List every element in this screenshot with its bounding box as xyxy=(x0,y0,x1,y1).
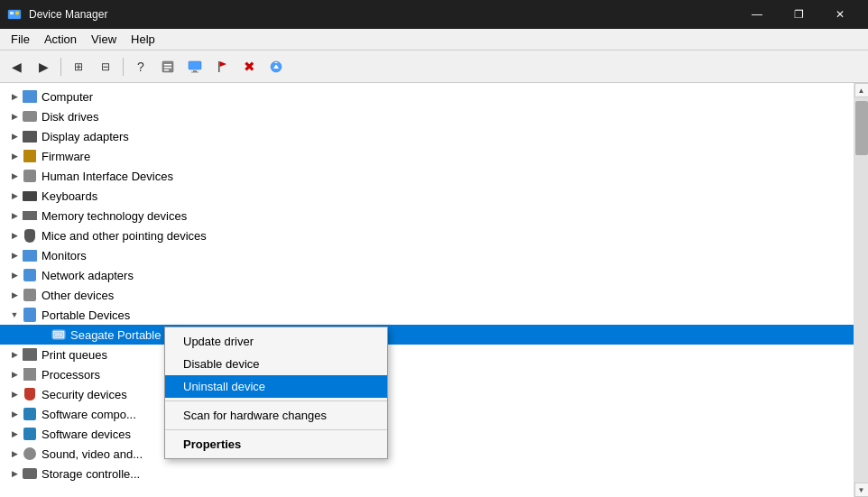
menu-help[interactable]: Help xyxy=(124,31,162,48)
expander-print[interactable]: ▶ xyxy=(7,347,22,362)
label-disk: Disk drives xyxy=(42,110,99,124)
ctx-properties[interactable]: Properties xyxy=(165,433,387,456)
monitor-icon xyxy=(188,60,202,74)
icon-software xyxy=(22,426,38,442)
expander-memory[interactable]: ▶ xyxy=(7,208,22,223)
menu-action[interactable]: Action xyxy=(37,31,84,48)
tree-item-print[interactable]: ▶ Print queues xyxy=(0,345,854,364)
label-print: Print queues xyxy=(42,348,107,362)
toolbar-help[interactable]: ? xyxy=(128,54,153,79)
expander-display[interactable]: ▶ xyxy=(7,129,22,143)
tree-item-computer[interactable]: ▶ Computer xyxy=(0,87,854,106)
expander-other[interactable]: ▶ xyxy=(7,288,22,302)
tree-item-portable[interactable]: ▼ Portable Devices xyxy=(0,305,854,325)
tree-item-memory[interactable]: ▶ Memory technology devices xyxy=(0,206,854,225)
svg-rect-0 xyxy=(8,10,21,19)
maximize-button[interactable]: ❐ xyxy=(778,0,819,29)
scrollbar-thumb[interactable] xyxy=(855,101,868,155)
label-mice: Mice and other pointing devices xyxy=(42,229,207,243)
icon-storage xyxy=(22,465,38,482)
ctx-disable-device[interactable]: Disable device xyxy=(165,353,387,375)
expander-sound[interactable]: ▶ xyxy=(7,446,22,461)
expander-portable[interactable]: ▼ xyxy=(7,308,22,322)
toolbar-expand-all[interactable]: ⊞ xyxy=(66,54,91,79)
tree-item-monitors[interactable]: ▶ Monitors xyxy=(0,245,854,265)
tree-panel[interactable]: ▶ Computer ▶ Disk drives ▶ Display adapt… xyxy=(0,83,854,497)
ctx-sep2 xyxy=(165,429,387,430)
toolbar-monitor[interactable] xyxy=(182,54,208,79)
tree-item-softwarecomp[interactable]: ▶ Software compo... xyxy=(0,404,854,424)
expander-security[interactable]: ▶ xyxy=(7,387,22,401)
icon-display xyxy=(22,128,38,144)
label-security: Security devices xyxy=(42,388,127,401)
ctx-update-driver[interactable]: Update driver xyxy=(165,330,387,353)
scroll-down-arrow[interactable]: ▼ xyxy=(854,483,869,497)
expander-storage[interactable]: ▶ xyxy=(7,466,22,481)
toolbar-sep1 xyxy=(60,58,61,76)
svg-point-2 xyxy=(15,12,19,15)
expander-software[interactable]: ▶ xyxy=(7,427,22,441)
toolbar-sep2 xyxy=(123,58,124,76)
expander-computer[interactable]: ▶ xyxy=(7,89,22,104)
context-menu: Update driver Disable device Uninstall d… xyxy=(164,327,388,459)
toolbar-properties[interactable] xyxy=(155,54,180,79)
tree-item-keyboard[interactable]: ▶ Keyboards xyxy=(0,186,854,206)
svg-rect-10 xyxy=(218,61,220,72)
icon-portable xyxy=(22,307,38,323)
flag-icon xyxy=(215,60,229,74)
label-softwarecomp: Software compo... xyxy=(42,408,136,421)
expander-mice[interactable]: ▶ xyxy=(7,228,22,243)
scroll-up-arrow[interactable]: ▲ xyxy=(854,83,869,97)
expander-keyboard[interactable]: ▶ xyxy=(7,189,22,203)
menu-file[interactable]: File xyxy=(4,31,37,48)
expander-seagate xyxy=(36,327,51,342)
icon-network xyxy=(22,267,38,283)
expander-firmware[interactable]: ▶ xyxy=(7,149,22,163)
scrollbar-track[interactable] xyxy=(854,97,869,483)
ctx-uninstall[interactable]: Uninstall device xyxy=(165,375,387,398)
title-bar-title: Device Manager xyxy=(29,8,729,21)
label-hid: Human Interface Devices xyxy=(42,170,173,183)
expander-monitors[interactable]: ▶ xyxy=(7,248,22,262)
icon-security xyxy=(22,386,38,402)
menu-bar: File Action View Help xyxy=(0,29,868,51)
minimize-button[interactable]: — xyxy=(736,0,778,29)
expander-disk[interactable]: ▶ xyxy=(7,109,22,124)
expander-proc[interactable]: ▶ xyxy=(7,367,22,382)
tree-item-seagate[interactable]: Seagate Portable Drive xyxy=(0,325,854,345)
expander-softwarecomp[interactable]: ▶ xyxy=(7,407,22,421)
toolbar-download[interactable] xyxy=(263,54,289,79)
svg-rect-6 xyxy=(164,69,169,71)
toolbar-collapse-all[interactable]: ⊟ xyxy=(93,54,118,79)
tree-item-mice[interactable]: ▶ Mice and other pointing devices xyxy=(0,225,854,245)
tree-item-software[interactable]: ▶ Software devices xyxy=(0,424,854,444)
icon-mice xyxy=(22,227,38,244)
tree-item-other[interactable]: ▶ Other devices xyxy=(0,285,854,305)
icon-disk xyxy=(22,108,38,124)
icon-keyboard xyxy=(22,188,38,204)
expander-hid[interactable]: ▶ xyxy=(7,169,22,183)
expander-network[interactable]: ▶ xyxy=(7,268,22,282)
ctx-scan-hardware[interactable]: Scan for hardware changes xyxy=(165,404,387,427)
close-button[interactable]: ✕ xyxy=(819,0,861,29)
tree-item-disk[interactable]: ▶ Disk drives xyxy=(0,106,854,126)
icon-print xyxy=(22,346,38,363)
tree-item-storage[interactable]: ▶ Storage controlle... xyxy=(0,464,854,483)
toolbar-forward[interactable]: ▶ xyxy=(31,54,56,79)
icon-computer xyxy=(22,88,38,105)
tree-item-firmware[interactable]: ▶ Firmware xyxy=(0,146,854,166)
toolbar-flag[interactable] xyxy=(209,54,235,79)
menu-view[interactable]: View xyxy=(84,31,124,48)
tree-item-sound[interactable]: ▶ Sound, video and... xyxy=(0,444,854,464)
tree-item-proc[interactable]: ▶ Processors xyxy=(0,364,854,384)
icon-other xyxy=(22,287,38,303)
tree-item-display[interactable]: ▶ Display adapters xyxy=(0,126,854,146)
tree-item-network[interactable]: ▶ Network adapters xyxy=(0,265,854,285)
toolbar-remove[interactable]: ✖ xyxy=(236,54,262,79)
tree-item-hid[interactable]: ▶ Human Interface Devices xyxy=(0,166,854,186)
icon-memory xyxy=(22,207,38,224)
scrollbar[interactable]: ▲ ▼ xyxy=(854,83,868,497)
toolbar-back[interactable]: ◀ xyxy=(4,54,29,79)
label-portable: Portable Devices xyxy=(42,308,130,322)
tree-item-security[interactable]: ▶ Security devices xyxy=(0,384,854,404)
